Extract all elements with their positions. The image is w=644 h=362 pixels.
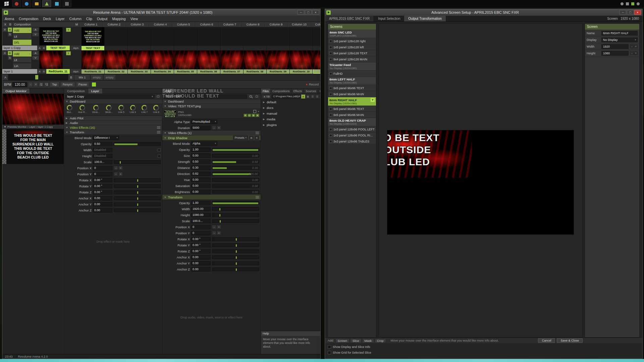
gear-icon[interactable] [254,95,259,99]
screen-list-item[interactable]: FullHD [328,71,376,77]
slice-content-preview[interactable]: D BE TEXTOUTSIDELUB LED [387,130,472,178]
layer-fader-button[interactable]: LIA [13,63,32,69]
param-slider[interactable] [212,148,259,152]
dashboard-knob[interactable]: Link 5 [118,105,124,113]
layer-video-button[interactable]: V [32,32,39,37]
param-stepper[interactable]: -+ [114,166,123,170]
clip-cell[interactable] [151,27,174,50]
width-field[interactable]: 1920 [601,44,629,49]
param-value[interactable]: 0.00 [191,190,211,194]
clip-cell[interactable]: RedGiants_01 [82,51,105,74]
expand-arrow-icon[interactable]: ▶ [263,112,265,115]
param-value[interactable]: 0.00 [93,196,112,200]
section-dashboard[interactable]: ▼Dashboard [64,99,162,104]
tap-button[interactable]: Tap [50,82,59,87]
slice-checkbox[interactable] [329,134,332,137]
increment-button[interactable]: + [217,126,221,130]
active-clip-preview[interactable] [39,51,63,69]
pause-button[interactable]: Pause [76,82,90,87]
param-slider[interactable] [212,213,259,217]
param-slider[interactable] [212,243,259,247]
collapse-arrow-icon[interactable]: ▼ [164,196,167,198]
layer-name-field[interactable]: layer 1 Copy▾ [65,95,155,99]
knob-icon[interactable] [142,105,147,111]
expand-arrow-icon[interactable]: ▶ [263,107,265,109]
clip-label[interactable]: RedGiants_08 [244,69,266,74]
slice-checkbox[interactable] [329,93,332,96]
slice-checkbox[interactable] [329,114,332,116]
alpha-mode-label[interactable]: Alph [70,46,82,50]
path-field[interactable]: C:\Program Files (x86)\R... [272,95,301,99]
close-button[interactable]: × [634,10,641,15]
crossfader-slider[interactable] [8,74,68,80]
param-value[interactable]: 0.00 ° [93,184,112,188]
menu-icon[interactable] [256,132,259,134]
volume-icon[interactable] [637,2,640,5]
clip-name-field[interactable]: TEST TEXT [164,95,247,99]
screen-name-field[interactable]: 6mm RIGHT HALF [601,31,638,36]
menu-item[interactable]: View [130,17,138,21]
search-icon[interactable] [248,95,253,99]
param-value[interactable]: 0.00 ° [93,178,112,182]
folder-item[interactable]: ▶ default [261,99,320,105]
clip-label[interactable]: RedGiants_09 [267,69,289,74]
menu-item[interactable]: Clip [86,17,92,21]
clip-label[interactable] [174,46,197,50]
param-slider[interactable] [212,255,259,259]
tab-output-monitor[interactable]: Output Monitor [2,88,30,94]
active-clip-preview[interactable]: THIS WOULD BE TEXTFOR THE MAINSURRENDER … [39,27,63,46]
decrement-button[interactable]: - [212,225,216,229]
knob-icon[interactable] [93,105,99,111]
clip-thumbnail[interactable] [105,51,127,69]
add-button[interactable]: Mask [362,339,374,343]
close-button[interactable]: × [312,10,319,15]
param-slider[interactable] [114,196,161,200]
presets-dropdown[interactable]: Presets▾ [233,136,248,140]
width-decrement[interactable]: - [630,45,634,48]
param-slider[interactable] [114,184,161,188]
decrement-button[interactable]: - [212,231,216,235]
clip-thumbnail[interactable] [220,51,243,69]
slice-checkbox[interactable] [329,58,332,61]
slice-checkbox[interactable] [329,40,332,43]
menu-item[interactable]: Column [69,17,82,21]
clip-label[interactable]: RedGiants_06 [197,69,220,74]
slice-checkbox[interactable] [329,46,332,49]
video-file-thumbnail[interactable]: THIS WOULD BE TEXTFOR THE MAINSURRENDER … [164,110,176,118]
param-stepper[interactable]: -+ [212,126,221,130]
clip-thumbnail[interactable] [151,51,174,69]
clip-thumbnail[interactable] [174,27,197,46]
knob-icon[interactable] [67,105,72,111]
layer-transition-button[interactable]: T [66,28,71,32]
layer-name[interactable]: layer 1 Copy [2,46,37,50]
add-button[interactable]: Crop [375,339,386,343]
collapse-arrow-icon[interactable]: ▼ [164,100,167,103]
width-increment[interactable]: + [634,45,638,48]
tab-compositions[interactable]: Compositions [271,88,292,94]
section-transform[interactable]: ▼Transform [64,130,162,135]
layer-solo-button[interactable]: S [8,32,12,37]
clip-thumbnail[interactable] [105,27,127,46]
param-value[interactable]: 0 [93,166,112,170]
param-value[interactable]: 0.00 [93,208,112,213]
clip-cell[interactable] [174,27,197,50]
clip-thumbnail[interactable] [313,27,320,46]
clip-cell[interactable] [244,27,267,50]
section-autopilot[interactable]: ▶Auto Pilot [64,116,162,121]
active-clip-name[interactable]: RedGiants_11 [46,69,70,74]
start-button[interactable] [2,1,11,7]
option-checkbox-row[interactable]: Show Display and Slice Info [328,345,640,349]
param-dropdown[interactable]: Difference I▾ [93,136,119,140]
menu-item[interactable]: Layer [56,17,64,21]
dashboard-knob[interactable]: Strob... [105,105,113,113]
param-slider[interactable] [114,208,161,212]
collapse-arrow-icon[interactable]: ▼ [164,132,167,134]
alpha-mode-label[interactable]: Alph [70,69,82,74]
param-slider[interactable] [212,267,259,271]
layer-bypass-button[interactable]: B [8,27,12,32]
menu-item[interactable]: Mapping [112,17,125,21]
clip-label[interactable] [267,46,289,50]
master-button[interactable]: M [74,22,79,27]
channel-button[interactable]: B [252,114,255,117]
param-value[interactable]: 0.00 [93,202,112,206]
